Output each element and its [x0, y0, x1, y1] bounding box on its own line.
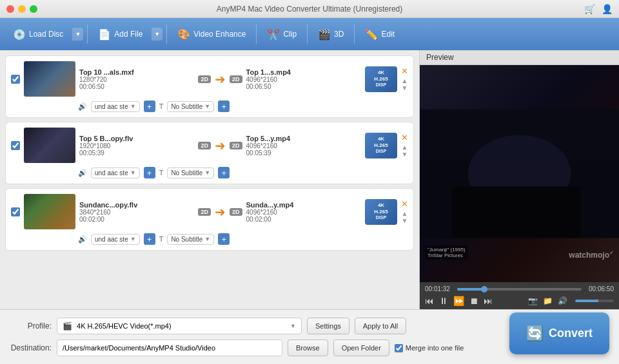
file-item-3-bottom: 🔊 und aac ste ▼ + T No Subtitle ▼ +: [78, 233, 408, 245]
file-dest-1: Top 1...s.mp4 4096*2160 00:06:50: [246, 68, 361, 90]
subtitle-icon-3: T: [159, 235, 164, 243]
video-enhance-button[interactable]: 🎨 Video Enhance: [171, 25, 252, 44]
file-info-3: Sundanc...opy.flv 3840*2160 00:02:00 2D …: [79, 199, 397, 225]
convert-button[interactable]: 🔄 Convert: [509, 312, 609, 354]
maximize-button[interactable]: [30, 5, 37, 13]
3d-button[interactable]: 🎬 3D: [311, 25, 350, 44]
add-audio-1-button[interactable]: +: [144, 101, 155, 112]
audio-icon-1: 🔊: [78, 102, 87, 111]
skip-back-button[interactable]: ⏮: [425, 296, 434, 306]
add-file-button[interactable]: 📄 Add File: [92, 25, 149, 44]
add-subtitle-2-button[interactable]: +: [218, 167, 230, 178]
preview-watermark: watchmojo✓: [569, 250, 614, 260]
file-checkbox-1[interactable]: [11, 75, 20, 84]
profile-select[interactable]: 🎬 4K H.265/HEVC Video(*.mp4) ▼: [57, 318, 302, 334]
source-badge-2: 2D: [198, 142, 211, 149]
load-disc-dropdown[interactable]: ▼: [72, 28, 83, 41]
window-title: AnyMP4 Mac Video Converter Ultimate (Unr…: [217, 5, 403, 14]
title-bar-icons: 🛒 👤: [584, 4, 613, 14]
settings-button[interactable]: Settings: [307, 318, 349, 334]
file-checkbox-3[interactable]: [11, 207, 20, 216]
minimize-button[interactable]: [18, 5, 26, 13]
file-item-2: Top 5 B...opy.flv 1920*1080 00:05:39 2D …: [5, 122, 414, 184]
subtitle-select-3[interactable]: No Subtitle ▼: [167, 234, 214, 245]
browse-button[interactable]: Browse: [288, 340, 328, 356]
add-subtitle-3-button[interactable]: +: [218, 233, 230, 245]
destination-label: Destination:: [10, 343, 52, 352]
file-actions-2: ✕ ▲ ▼: [401, 133, 408, 158]
file-item-3-top: Sundanc...opy.flv 3840*2160 00:02:00 2D …: [11, 194, 408, 229]
file-source-1: Top 10 ...als.mxf 1280*720 00:06:50: [79, 68, 194, 90]
move-up-1-button[interactable]: ▲: [402, 77, 408, 84]
remove-file-2-button[interactable]: ✕: [401, 133, 408, 142]
move-down-1-button[interactable]: ▼: [402, 84, 408, 91]
fast-forward-button[interactable]: ⏩: [453, 296, 464, 306]
profile-icon[interactable]: 👤: [602, 4, 613, 14]
dest-res-1: 4096*2160: [246, 76, 361, 83]
destination-input[interactable]: [57, 340, 282, 356]
svg-rect-3: [452, 186, 580, 238]
source-res-1: 1280*720: [79, 76, 194, 83]
source-name-1: Top 10 ...als.mxf: [79, 68, 194, 76]
file-checkbox-2[interactable]: [11, 141, 20, 150]
file-thumbnail-1: [24, 61, 75, 97]
toolbar: 💿 Load Disc ▼ 📄 Add File ▼ 🎨 Video Enhan…: [0, 18, 619, 50]
open-folder-button[interactable]: Open Folder: [333, 340, 389, 356]
file-item-2-bottom: 🔊 und aac ste ▼ + T No Subtitle ▼ +: [78, 167, 408, 178]
source-badge-1: 2D: [198, 75, 211, 83]
window-controls[interactable]: [6, 5, 37, 13]
volume-button[interactable]: 🔊: [558, 296, 567, 305]
screenshot-button[interactable]: 📷: [528, 296, 538, 305]
output-badge-3[interactable]: 4KH.265DISP: [365, 199, 397, 225]
cart-icon[interactable]: 🛒: [584, 4, 595, 14]
move-down-2-button[interactable]: ▼: [402, 151, 408, 158]
close-button[interactable]: [6, 5, 14, 13]
file-actions-1: ✕ ▲ ▼: [401, 67, 408, 91]
load-disc-icon: 💿: [13, 28, 26, 41]
volume-bar[interactable]: [575, 300, 614, 302]
profile-label: Profile:: [10, 321, 52, 330]
source-dur-3: 00:02:00: [79, 216, 194, 223]
subtitle-select-2[interactable]: No Subtitle ▼: [167, 168, 214, 178]
toolbar-divider-2: [166, 24, 167, 44]
file-actions-3: ✕ ▲ ▼: [401, 200, 408, 224]
output-badge-1[interactable]: 4KH.265DISP: [365, 66, 397, 92]
3d-icon: 🎬: [318, 28, 331, 41]
progress-fill: [457, 288, 484, 291]
add-file-dropdown[interactable]: ▼: [152, 28, 162, 41]
file-thumbnail-3: [24, 194, 75, 229]
remove-file-1-button[interactable]: ✕: [401, 67, 408, 75]
edit-button[interactable]: ✏️ Edit: [359, 25, 401, 44]
time-total: 00:06:50: [587, 285, 614, 292]
add-audio-2-button[interactable]: +: [144, 167, 155, 178]
audio-select-3[interactable]: und aac ste ▼: [91, 234, 140, 245]
add-subtitle-1-button[interactable]: +: [218, 101, 230, 112]
audio-select-2[interactable]: und aac ste ▼: [91, 168, 140, 178]
clip-button[interactable]: ✂️ Clip: [260, 25, 303, 44]
file-source-3: Sundanc...opy.flv 3840*2160 00:02:00: [79, 201, 194, 223]
apply-all-button[interactable]: Apply to All: [355, 318, 406, 334]
add-audio-3-button[interactable]: +: [144, 233, 155, 245]
subtitle-icon-1: T: [159, 102, 164, 110]
merge-checkbox[interactable]: [395, 344, 403, 352]
subtitle-icon-2: T: [159, 169, 164, 177]
video-enhance-icon: 🎨: [177, 28, 190, 41]
dest-dur-2: 00:05:39: [246, 149, 361, 157]
merge-checkbox-label[interactable]: Merge into one file: [395, 344, 464, 352]
stop-button[interactable]: ⏹: [469, 296, 478, 306]
skip-forward-button[interactable]: ⏭: [484, 296, 493, 306]
move-up-2-button[interactable]: ▲: [402, 144, 408, 151]
audio-select-1[interactable]: und aac ste ▼: [91, 101, 140, 112]
pause-button[interactable]: ⏸: [439, 296, 448, 306]
preview-timeline: 00:01:32 00:06:50: [425, 285, 614, 292]
source-badge-3: 2D: [198, 208, 211, 216]
subtitle-select-1[interactable]: No Subtitle ▼: [167, 101, 214, 112]
file-source-2: Top 5 B...opy.flv 1920*1080 00:05:39: [79, 135, 194, 157]
load-disc-button[interactable]: 💿 Load Disc: [6, 25, 70, 44]
remove-file-3-button[interactable]: ✕: [401, 200, 408, 208]
move-down-3-button[interactable]: ▼: [402, 217, 408, 224]
move-up-3-button[interactable]: ▲: [402, 210, 408, 217]
progress-bar[interactable]: [457, 288, 582, 291]
output-badge-2[interactable]: 4KH.265DISP: [365, 133, 397, 158]
folder-button[interactable]: 📁: [543, 296, 553, 305]
